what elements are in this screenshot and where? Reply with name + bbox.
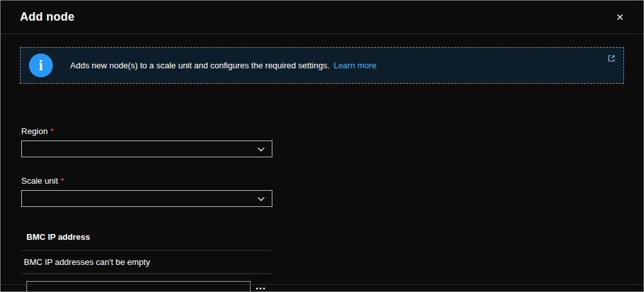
- region-dropdown[interactable]: [21, 141, 272, 157]
- chevron-down-icon: [257, 195, 265, 203]
- info-banner-text: Adds new node(s) to a scale unit and con…: [70, 61, 377, 70]
- region-label-text: Region: [21, 126, 48, 136]
- close-icon[interactable]: ✕: [613, 10, 627, 24]
- required-asterisk: *: [61, 176, 64, 186]
- external-link-icon[interactable]: [607, 54, 616, 63]
- region-label: Region*: [21, 126, 643, 136]
- info-icon: i: [29, 54, 53, 77]
- divider: [21, 250, 272, 251]
- scale-unit-dropdown[interactable]: [21, 190, 272, 207]
- more-options-button[interactable]: …: [254, 280, 268, 292]
- required-asterisk: *: [50, 126, 53, 136]
- add-node-dialog: Add node ✕ i Adds new node(s) to a scale…: [0, 0, 644, 292]
- bmc-ip-input[interactable]: [26, 281, 251, 292]
- info-banner: i Adds new node(s) to a scale unit and c…: [20, 47, 624, 84]
- dialog-header: Add node ✕: [1, 1, 643, 34]
- learn-more-link[interactable]: Learn more: [334, 61, 376, 70]
- form-area: Region* Scale unit* BMC IP address BMC: [1, 126, 643, 292]
- scale-unit-label-text: Scale unit: [21, 176, 58, 186]
- divider: [1, 284, 643, 285]
- bmc-validation-message: BMC IP addresses can't be empty: [24, 257, 643, 267]
- info-message: Adds new node(s) to a scale unit and con…: [70, 61, 330, 70]
- chevron-down-icon: [257, 145, 265, 153]
- scale-unit-label: Scale unit*: [21, 176, 643, 186]
- page-title: Add node: [20, 10, 75, 24]
- bmc-input-row: …: [26, 280, 643, 292]
- divider: [21, 273, 272, 274]
- bmc-section-title: BMC IP address: [26, 232, 643, 242]
